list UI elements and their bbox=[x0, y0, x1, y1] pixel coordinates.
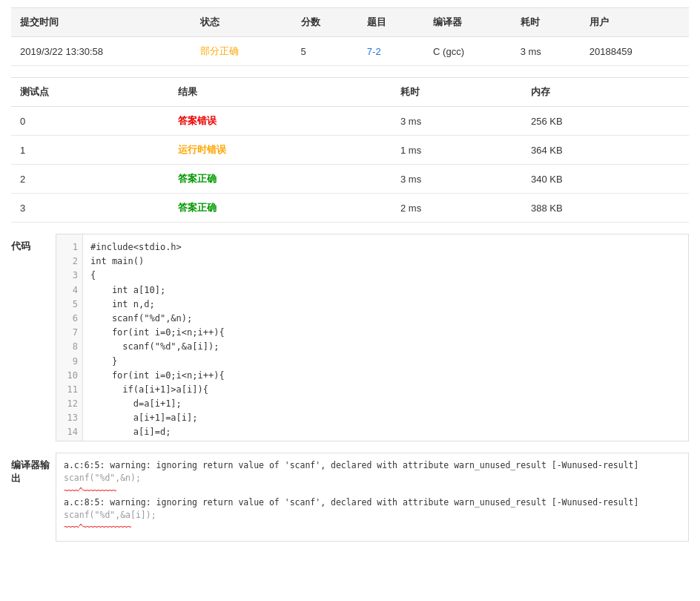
submission-table: 提交时间 状态 分数 题目 编译器 耗时 用户 2019/3/22 13:30:… bbox=[11, 7, 689, 66]
tc-duration: 2 ms bbox=[392, 194, 522, 223]
compiler-squiggle1: scanf("%d",&n); bbox=[64, 472, 681, 485]
col-header-score: 分数 bbox=[292, 8, 358, 37]
tc-point: 3 bbox=[11, 194, 169, 223]
tc-result: 答案正确 bbox=[169, 194, 392, 223]
tc-col-duration: 耗时 bbox=[392, 78, 522, 107]
tc-memory: 388 KB bbox=[522, 194, 689, 223]
line-numbers: 1234567891011121314151617181920212223 bbox=[56, 234, 83, 441]
submit-compiler: C (gcc) bbox=[424, 37, 512, 66]
col-header-compiler: 编译器 bbox=[424, 8, 512, 37]
tc-duration: 3 ms bbox=[392, 165, 522, 194]
submit-status: 部分正确 bbox=[191, 37, 292, 66]
submit-score: 5 bbox=[292, 37, 358, 66]
status-text: 部分正确 bbox=[200, 45, 239, 56]
testcase-row: 3 答案正确 2 ms 388 KB bbox=[11, 194, 689, 223]
code-section: 代码 1234567891011121314151617181920212223… bbox=[11, 234, 689, 441]
tc-duration: 1 ms bbox=[392, 136, 522, 165]
compiler-squiggle2: ~~~~^~~~~~~~~~~~~~ bbox=[64, 522, 681, 533]
tc-col-point: 测试点 bbox=[11, 78, 169, 107]
submission-row: 2019/3/22 13:30:58 部分正确 5 7-2 C (gcc) 3 … bbox=[11, 37, 689, 66]
tc-point: 0 bbox=[11, 107, 169, 136]
tc-memory: 256 KB bbox=[522, 107, 689, 136]
testcase-table: 测试点 结果 耗时 内存 0 答案错误 3 ms 256 KB 1 运行时错误 … bbox=[11, 77, 689, 223]
tc-result: 答案错误 bbox=[169, 107, 392, 136]
tc-result: 答案正确 bbox=[169, 165, 392, 194]
code-label: 代码 bbox=[11, 234, 56, 253]
compiler-squiggle1b: ~~~~^~~~~~~~~~ bbox=[64, 485, 681, 496]
compiler-label: 编译器输出 bbox=[11, 453, 56, 485]
code-content[interactable]: #include<stdio.h> int main() { int a[10]… bbox=[83, 234, 688, 441]
compiler-line1: a.c:6:5: warning: ignoring return value … bbox=[64, 459, 681, 472]
col-header-user: 用户 bbox=[581, 8, 689, 37]
code-area[interactable]: 1234567891011121314151617181920212223 #i… bbox=[56, 234, 688, 441]
col-header-duration: 耗时 bbox=[512, 8, 581, 37]
compiler-line2b: scanf("%d",&a[i]); bbox=[64, 509, 681, 522]
testcase-row: 1 运行时错误 1 ms 364 KB bbox=[11, 136, 689, 165]
submit-user: 20188459 bbox=[581, 37, 689, 66]
submit-problem: 7-2 bbox=[358, 37, 424, 66]
testcase-row: 0 答案错误 3 ms 256 KB bbox=[11, 107, 689, 136]
submit-time: 2019/3/22 13:30:58 bbox=[11, 37, 191, 66]
compiler-section: 编译器输出 a.c:6:5: warning: ignoring return … bbox=[11, 453, 689, 542]
tc-duration: 3 ms bbox=[392, 107, 522, 136]
compiler-line2: a.c:8:5: warning: ignoring return value … bbox=[64, 496, 681, 509]
tc-col-memory: 内存 bbox=[522, 78, 689, 107]
tc-result: 运行时错误 bbox=[169, 136, 392, 165]
problem-link[interactable]: 7-2 bbox=[367, 46, 381, 57]
tc-point: 1 bbox=[11, 136, 169, 165]
compiler-output[interactable]: a.c:6:5: warning: ignoring return value … bbox=[56, 453, 689, 542]
col-header-problem: 题目 bbox=[358, 8, 424, 37]
col-header-time: 提交时间 bbox=[11, 8, 191, 37]
submit-duration: 3 ms bbox=[512, 37, 581, 66]
tc-memory: 364 KB bbox=[522, 136, 689, 165]
col-header-status: 状态 bbox=[191, 8, 292, 37]
tc-point: 2 bbox=[11, 165, 169, 194]
testcase-row: 2 答案正确 3 ms 340 KB bbox=[11, 165, 689, 194]
tc-memory: 340 KB bbox=[522, 165, 689, 194]
code-wrapper[interactable]: 1234567891011121314151617181920212223 #i… bbox=[56, 234, 689, 441]
tc-col-result: 结果 bbox=[169, 78, 392, 107]
